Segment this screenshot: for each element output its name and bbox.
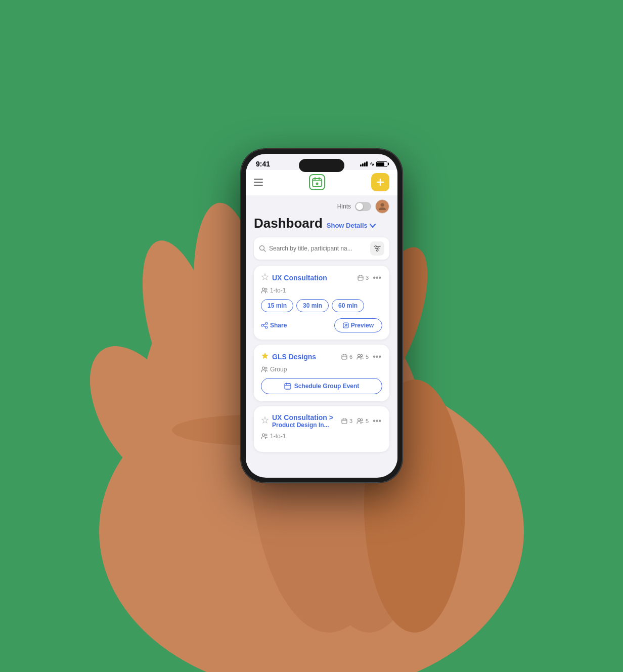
more-options-button-gls[interactable]: •••: [372, 352, 382, 361]
share-button[interactable]: Share: [261, 322, 287, 329]
filter-button[interactable]: [370, 241, 384, 256]
hints-row: Hints: [254, 195, 389, 216]
star-icon-filled[interactable]: [261, 352, 269, 362]
phone-device: 9:41 ∿: [241, 149, 403, 483]
schedule-group-event-button[interactable]: Schedule Group Event: [261, 378, 382, 394]
card-title-product-main[interactable]: UX Consultation >: [272, 413, 338, 422]
svg-point-20: [381, 203, 384, 207]
search-bar: [254, 237, 389, 260]
type-label-gls: Group: [270, 366, 287, 373]
svg-point-26: [375, 246, 377, 247]
svg-point-48: [262, 367, 265, 369]
star-icon-product[interactable]: [261, 416, 269, 426]
page-title: Dashboard: [254, 216, 323, 231]
card-actions: Share Preview: [261, 318, 382, 332]
schedule-group-label: Schedule Group Event: [294, 383, 360, 390]
hints-label: Hints: [337, 203, 351, 210]
card-meta: 3: [358, 275, 369, 281]
status-icons: ∿: [360, 161, 387, 167]
wifi-icon: ∿: [370, 161, 374, 167]
svg-point-37: [265, 326, 268, 328]
svg-rect-42: [342, 355, 347, 359]
show-details-button[interactable]: Show Details: [327, 222, 376, 229]
battery-icon: [376, 161, 387, 167]
preview-button[interactable]: Preview: [334, 318, 382, 332]
event-card-ux-consultation: UX Consultation 3 •••: [254, 266, 389, 340]
event-card-ux-product: UX Consultation > Product Design In...: [254, 406, 389, 452]
card-header-gls: GLS Designs 6: [261, 352, 382, 362]
card-type-gls: Group: [261, 366, 382, 373]
cal-count-gls: 6: [349, 354, 352, 360]
svg-point-49: [265, 367, 267, 369]
calendar-icon: [358, 275, 364, 281]
card-type-label: 1-to-1: [270, 287, 286, 294]
calendar-icon-product: [341, 418, 347, 424]
show-details-label: Show Details: [327, 222, 368, 229]
svg-point-60: [262, 434, 265, 436]
preview-label: Preview: [351, 322, 374, 329]
app-logo: [309, 174, 325, 190]
svg-point-27: [378, 248, 379, 249]
preview-icon: [343, 322, 349, 328]
svg-point-61: [265, 434, 267, 436]
main-content: Hints Dashboard: [246, 195, 397, 474]
svg-point-59: [361, 419, 363, 421]
avatar[interactable]: [375, 199, 389, 214]
svg-point-28: [377, 250, 378, 251]
card-subtitle-product[interactable]: Product Design In...: [272, 422, 338, 429]
duration-pill-30[interactable]: 30 min: [296, 299, 329, 312]
search-icon: [259, 245, 266, 252]
card-title-gls[interactable]: GLS Designs: [272, 353, 338, 361]
svg-point-58: [358, 418, 361, 421]
svg-point-33: [262, 288, 265, 290]
add-button[interactable]: [371, 173, 389, 191]
card-meta-product: 3 5: [341, 418, 369, 424]
dynamic-island: [299, 159, 344, 172]
phone-screen: 9:41 ∿: [246, 154, 397, 478]
card-header-product: UX Consultation > Product Design In...: [261, 413, 382, 429]
card-type-product: 1-to-1: [261, 433, 382, 440]
type-label-product: 1-to-1: [270, 433, 286, 440]
hamburger-menu-button[interactable]: [254, 179, 263, 186]
svg-line-39: [263, 326, 265, 327]
people-count-product: 5: [366, 418, 369, 424]
duration-pills: 15 min 30 min 60 min: [261, 299, 382, 312]
group-icon: [261, 366, 268, 372]
svg-line-22: [264, 250, 266, 252]
person-icon-product: [261, 433, 268, 439]
filter-icon: [373, 245, 381, 252]
app-header: [246, 170, 397, 195]
card-type: 1-to-1: [261, 287, 382, 294]
svg-point-34: [265, 288, 267, 290]
duration-pill-15[interactable]: 15 min: [261, 299, 293, 312]
more-options-button[interactable]: •••: [372, 273, 382, 282]
calendar-icon-gls: [341, 354, 347, 360]
more-options-button-product[interactable]: •••: [372, 416, 382, 426]
dashboard-header: Dashboard Show Details: [254, 216, 389, 231]
users-icon-product: [357, 418, 364, 424]
duration-pill-60[interactable]: 60 min: [332, 299, 364, 312]
card-meta-gls: 6 5: [341, 354, 369, 360]
svg-rect-29: [358, 276, 363, 280]
calendar-count: 3: [366, 275, 369, 281]
svg-point-47: [361, 355, 363, 357]
share-icon: [261, 322, 268, 329]
cal-count-product: 3: [349, 418, 352, 424]
search-input[interactable]: [269, 245, 367, 252]
users-icon-gls: [357, 354, 364, 360]
svg-rect-54: [342, 419, 347, 424]
card-title-ux[interactable]: UX Consultation: [272, 274, 354, 282]
phone-shell: 9:41 ∿: [241, 149, 403, 483]
card-header: UX Consultation 3 •••: [261, 273, 382, 283]
svg-rect-50: [285, 384, 291, 389]
person-icon: [261, 287, 268, 293]
hints-toggle[interactable]: [355, 202, 371, 211]
svg-point-36: [261, 324, 263, 326]
star-icon-empty[interactable]: [261, 273, 269, 283]
schedule-calendar-icon: [284, 383, 291, 390]
signal-icon: [360, 161, 368, 166]
svg-point-35: [265, 322, 268, 324]
card-title-area: UX Consultation > Product Design In...: [272, 413, 338, 429]
svg-point-46: [358, 354, 361, 357]
share-label: Share: [270, 322, 287, 329]
